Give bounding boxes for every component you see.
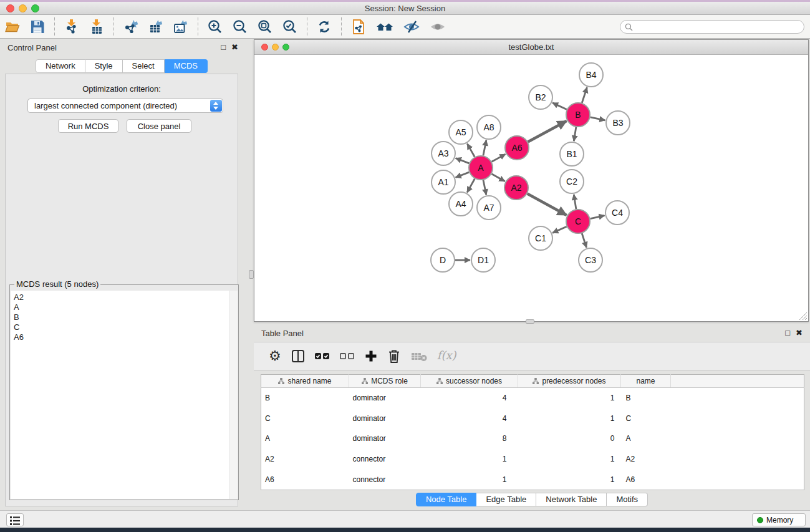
show-all-button[interactable]	[428, 17, 448, 36]
tab-mcds[interactable]: MCDS	[165, 59, 208, 73]
mcds-result-item[interactable]: C	[11, 322, 229, 332]
table-cell[interactable]: A2	[621, 449, 671, 470]
table-cell[interactable]: C	[621, 408, 671, 428]
refresh-button[interactable]	[315, 17, 334, 36]
search-input[interactable]	[635, 21, 800, 32]
graph-edge-A-A5[interactable]	[467, 143, 475, 157]
network-file-button[interactable]	[349, 17, 368, 36]
close-table-panel-icon[interactable]: ✖	[796, 328, 803, 337]
result-scrollbar[interactable]	[229, 291, 238, 499]
table-cell[interactable]: dominator	[349, 428, 421, 449]
first-neighbors-button[interactable]	[374, 17, 395, 36]
select-all-button[interactable]	[315, 352, 330, 360]
graph-edge-C-C3[interactable]	[582, 233, 586, 248]
table-cell[interactable]: B	[621, 388, 671, 409]
table-cell[interactable]: C	[261, 408, 349, 428]
graph-edge-C-C2[interactable]	[574, 195, 576, 209]
network-canvas[interactable]: B4B2BB3A8A5A6A3B1AC2A1A2A4A7C4CC1C3DD1	[254, 55, 808, 321]
zoom-fit-button[interactable]	[256, 17, 274, 36]
table-cell[interactable]: connector	[349, 449, 421, 470]
table-row[interactable]: Bdominator41B	[261, 388, 804, 409]
graph-edge-A-A6[interactable]	[492, 154, 506, 162]
resize-grip-icon[interactable]	[798, 311, 808, 321]
zoom-in-button[interactable]	[206, 17, 224, 36]
export-network-button[interactable]	[122, 17, 140, 36]
export-image-button[interactable]	[171, 17, 190, 36]
graph-edge-B-B1[interactable]	[574, 127, 576, 142]
float-table-panel-icon[interactable]: □	[785, 328, 790, 337]
graph-edge-A-A2[interactable]	[491, 174, 504, 181]
graph-edge-A6-B[interactable]	[528, 121, 567, 142]
table-cell[interactable]: 4	[421, 408, 518, 428]
table-cell[interactable]: dominator	[349, 388, 421, 409]
table-cell[interactable]: 4	[421, 388, 518, 409]
table-cell[interactable]: A6	[621, 470, 671, 490]
table-cell[interactable]: 1	[421, 470, 518, 490]
task-history-button[interactable]	[6, 513, 24, 526]
memory-button[interactable]: Memory	[752, 513, 806, 526]
split-handle-vertical[interactable]	[249, 270, 254, 279]
graph-edge-A2-C[interactable]	[528, 194, 567, 215]
table-cell[interactable]: 1	[518, 449, 621, 470]
tab-node-table[interactable]: Node Table	[416, 493, 477, 506]
deselect-all-button[interactable]	[340, 352, 355, 360]
table-cell[interactable]: A	[621, 428, 671, 449]
table-cell[interactable]: connector	[349, 470, 421, 490]
open-session-button[interactable]	[3, 17, 22, 36]
delete-row-button[interactable]	[387, 349, 401, 364]
mcds-result-item[interactable]: A2	[11, 293, 229, 302]
split-handle-horizontal[interactable]	[526, 319, 534, 324]
table-row[interactable]: Adominator80A	[261, 428, 804, 449]
tab-style[interactable]: Style	[85, 59, 123, 73]
mcds-result-item[interactable]: B	[11, 312, 229, 322]
tab-select[interactable]: Select	[123, 59, 165, 73]
criterion-select[interactable]: largest connected component (directed)	[27, 99, 223, 113]
run-mcds-button[interactable]: Run MCDS	[58, 119, 118, 133]
table-cell[interactable]: dominator	[349, 408, 421, 428]
search-field[interactable]	[620, 20, 804, 34]
column-header[interactable]: MCDS role	[349, 375, 421, 388]
close-panel-icon[interactable]: ✖	[231, 42, 238, 52]
column-header[interactable]: shared name	[261, 375, 349, 388]
graph-edge-C-C4[interactable]	[591, 216, 605, 219]
mcds-result-item[interactable]: A6	[11, 332, 229, 342]
table-cell[interactable]: 1	[421, 449, 518, 470]
settings-gear-button[interactable]: ⚙	[269, 349, 281, 363]
graph-edge-B-B2[interactable]	[552, 103, 567, 110]
import-network-button[interactable]	[62, 17, 81, 36]
table-cell[interactable]: B	[261, 388, 349, 409]
table-row[interactable]: A2connector11A2	[261, 449, 804, 470]
graph-edge-A-A3[interactable]	[456, 158, 470, 163]
graph-edge-A-A7[interactable]	[483, 180, 486, 195]
delete-table-button[interactable]	[411, 351, 427, 362]
graph-edge-A-A8[interactable]	[483, 140, 486, 156]
tab-motifs[interactable]: Motifs	[607, 493, 648, 506]
save-session-button[interactable]	[28, 17, 47, 36]
graph-edge-A-A1[interactable]	[456, 172, 470, 177]
tab-edge-table[interactable]: Edge Table	[476, 493, 536, 506]
table-cell[interactable]: 8	[421, 428, 518, 449]
graph-edge-B-B3[interactable]	[591, 117, 605, 120]
graph-edge-A-A4[interactable]	[467, 179, 475, 193]
table-row[interactable]: Cdominator41C	[261, 408, 804, 428]
column-visibility-button[interactable]	[291, 349, 305, 363]
import-table-button[interactable]	[87, 17, 106, 36]
table-cell[interactable]: 1	[518, 388, 621, 409]
table-cell[interactable]: 0	[518, 428, 621, 449]
zoom-out-button[interactable]	[231, 17, 249, 36]
table-cell[interactable]: A6	[261, 470, 349, 490]
network-window-titlebar[interactable]: testGlobe.txt	[254, 40, 808, 55]
column-header[interactable]: predecessor nodes	[518, 375, 621, 388]
hide-selection-button[interactable]	[402, 17, 422, 36]
table-cell[interactable]: A	[261, 428, 349, 449]
tab-network-table[interactable]: Network Table	[536, 493, 607, 506]
zoom-selected-button[interactable]	[281, 17, 299, 36]
column-header[interactable]: name	[621, 375, 671, 388]
table-cell[interactable]: 1	[518, 470, 621, 490]
mcds-result-item[interactable]: A	[11, 302, 229, 312]
column-header[interactable]: successor nodes	[421, 375, 518, 388]
add-row-button[interactable]	[365, 350, 377, 362]
tab-network[interactable]: Network	[36, 59, 85, 73]
graph-edge-B-B4[interactable]	[582, 87, 587, 103]
graph-edge-C-C1[interactable]	[552, 226, 567, 233]
